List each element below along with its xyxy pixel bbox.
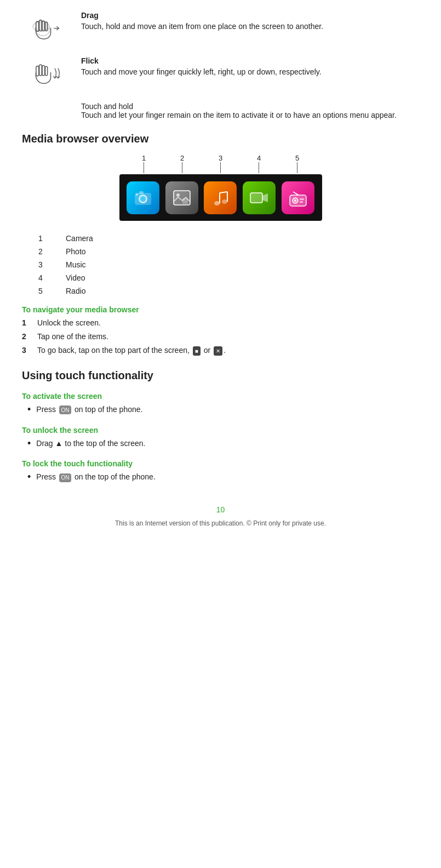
legend-item-1: 1 Camera: [38, 234, 419, 243]
radio-icon: [282, 181, 314, 214]
unlock-screen-heading: To unlock the screen: [22, 426, 419, 435]
touch-and-hold-section: Touch and hold Touch and let your finger…: [22, 102, 419, 119]
svg-point-29: [294, 199, 296, 202]
music-icon: [204, 181, 237, 214]
flick-icon: [22, 58, 71, 92]
unlock-steps: • Drag ▲ to the top of the screen.: [22, 438, 419, 450]
svg-rect-9: [36, 66, 39, 76]
lock-steps: • Press ON on the top of the phone.: [22, 471, 419, 483]
flick-text: Flick Touch and move your finger quickly…: [81, 56, 322, 78]
svg-rect-10: [39, 65, 42, 76]
legend-list: 1 Camera 2 Photo 3 Music 4 Video 5 Radio: [22, 234, 419, 295]
page-number: 10: [22, 505, 419, 514]
svg-line-27: [293, 192, 299, 195]
navigate-steps: 1 Unlock the screen. 2 Tap one of the it…: [22, 317, 419, 356]
photo-icon: [165, 181, 198, 214]
num-label-2: 2: [180, 154, 184, 162]
flick-title: Flick: [81, 56, 322, 65]
drag-arrow-icon: ▲: [55, 438, 63, 449]
touch-hold-title: Touch and hold: [81, 102, 419, 111]
page-content: Drag Touch, hold and move an item from o…: [0, 0, 441, 560]
lock-touch-heading: To lock the touch functionality: [22, 459, 419, 468]
num-label-4: 4: [257, 154, 261, 162]
lock-step: • Press ON on the top of the phone.: [27, 471, 419, 483]
activate-steps: • Press ON on top of the phone.: [22, 404, 419, 416]
legend-item-4: 4 Video: [38, 273, 419, 282]
drag-title: Drag: [81, 11, 323, 20]
drag-gesture-row: Drag Touch, hold and move an item from o…: [22, 11, 419, 47]
navigate-step-3: 3 To go back, tap on the top part of the…: [22, 345, 419, 356]
svg-rect-11: [42, 66, 45, 76]
svg-rect-16: [139, 191, 144, 194]
svg-point-17: [136, 193, 138, 196]
num-label-3: 3: [219, 154, 222, 162]
legend-item-5: 5 Radio: [38, 287, 419, 295]
activate-screen-heading: To activate the screen: [22, 392, 419, 401]
back-icon: ■: [193, 346, 201, 356]
svg-point-21: [214, 201, 220, 205]
media-browser-bar: [119, 174, 322, 221]
page-footer: This is an Internet version of this publ…: [22, 519, 419, 527]
drag-description: Touch, hold and move an item from one pl…: [81, 21, 323, 32]
power-icon-2: ON: [59, 473, 71, 482]
power-icon: ON: [59, 406, 71, 414]
touch-functionality-heading: Using touch functionality: [22, 369, 419, 382]
flick-gesture-row: Flick Touch and move your finger quickly…: [22, 56, 419, 92]
svg-rect-25: [250, 193, 262, 203]
svg-point-15: [141, 197, 145, 201]
drag-text: Drag Touch, hold and move an item from o…: [81, 11, 323, 32]
svg-rect-31: [300, 201, 303, 203]
media-browser-diagram: 1 2 3 4 5: [22, 154, 419, 221]
touch-hold-description: Touch and let your finger remain on the …: [81, 111, 419, 119]
navigate-step-1: 1 Unlock the screen.: [22, 317, 419, 329]
drag-icon: [22, 12, 71, 47]
media-browser-heading: Media browser overview: [22, 133, 419, 145]
navigate-step-2: 2 Tap one of the items.: [22, 331, 419, 342]
camera-icon: [127, 181, 159, 214]
activate-step: • Press ON on top of the phone.: [27, 404, 419, 416]
close-icon: ✕: [214, 346, 222, 356]
legend-item-3: 3 Music: [38, 260, 419, 269]
svg-rect-12: [45, 66, 48, 76]
num-label-1: 1: [142, 154, 146, 162]
legend-item-2: 2 Photo: [38, 247, 419, 256]
svg-rect-20: [182, 198, 188, 204]
navigate-heading: To navigate your media browser: [22, 305, 419, 314]
num-label-5: 5: [295, 154, 299, 162]
svg-rect-30: [300, 198, 304, 200]
video-icon: [243, 181, 276, 214]
unlock-step: • Drag ▲ to the top of the screen.: [27, 438, 419, 450]
svg-point-22: [222, 199, 227, 204]
svg-point-19: [176, 193, 180, 197]
flick-description: Touch and move your finger quickly left,…: [81, 66, 322, 78]
